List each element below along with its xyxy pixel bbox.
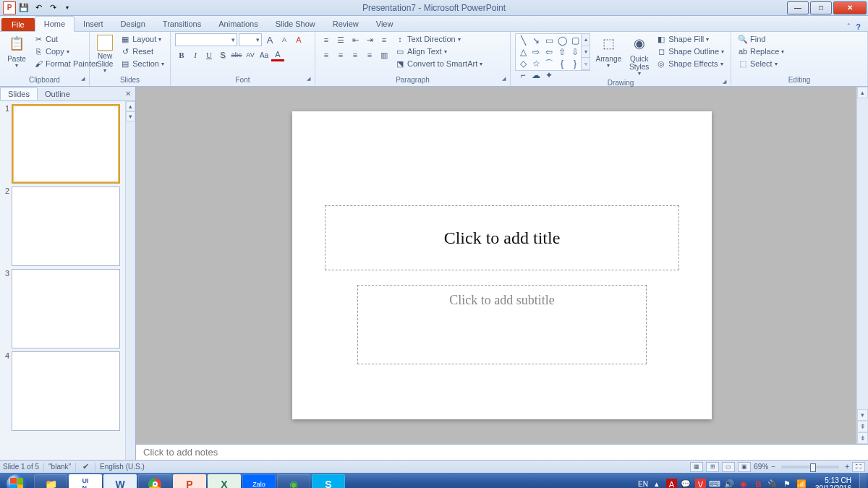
shape-fill-button[interactable]: ◧Shape Fill▾ [654,33,726,45]
reading-view-button[interactable]: ▭ [722,462,735,472]
tab-home[interactable]: Home [35,16,75,32]
text-direction-button[interactable]: ↕Text Direction▾ [393,33,485,45]
shape-outline-button[interactable]: ◻Shape Outline▾ [654,46,726,57]
minimize-button[interactable]: — [787,1,809,14]
strike-button[interactable]: abc [230,48,243,61]
underline-button[interactable]: U [203,48,216,61]
help-icon[interactable]: ? [856,22,861,31]
tray-v-icon[interactable]: V [695,479,706,488]
taskbar-excel[interactable]: X [208,474,241,489]
section-button[interactable]: ▤Section▾ [118,58,166,69]
shape-bracket2-icon[interactable]: } [569,59,581,69]
zoom-out-button[interactable]: − [771,463,775,471]
shape-arrow2-icon[interactable]: ⇨ [530,47,542,57]
undo-icon[interactable]: ↶ [32,1,45,14]
font-name-combo[interactable] [175,33,237,46]
arrange-button[interactable]: ⬚Arrange▾ [592,33,624,71]
reset-button[interactable]: ↺Reset [118,46,166,57]
shape-bracket-icon[interactable]: { [556,59,568,69]
taskbar-zalo[interactable]: Zalo [242,474,276,489]
tray-power-icon[interactable]: 🔌 [767,479,778,488]
smartart-button[interactable]: ⬔Convert to SmartArt▾ [393,58,485,69]
new-slide-button[interactable]: NewSlide▾ [94,33,116,76]
subtitle-placeholder[interactable]: Click to add subtitle [357,285,647,364]
start-button[interactable] [0,473,33,488]
replace-button[interactable]: abReplace▾ [736,46,786,57]
decrease-indent-button[interactable]: ⇤ [349,33,362,46]
redo-icon[interactable]: ↷ [46,1,59,14]
layout-button[interactable]: ▦Layout▾ [118,33,166,45]
shadow-button[interactable]: S [216,48,229,61]
slide-thumbnail-4[interactable] [12,351,120,431]
tray-shield-icon[interactable]: ◉ [739,479,749,488]
slideshow-view-button[interactable]: ▣ [738,462,751,472]
change-case-button[interactable]: Aa [258,48,271,61]
increase-indent-button[interactable]: ⇥ [363,33,376,46]
find-button[interactable]: 🔍Find [736,33,786,45]
close-button[interactable]: ✕ [833,1,867,14]
fit-window-button[interactable]: ⛶ [852,462,865,472]
shapes-gallery-scroll[interactable]: ▴▾▿ [581,34,590,70]
shape-triangle-icon[interactable]: △ [517,47,529,57]
zoom-level[interactable]: 69% [754,463,768,471]
slide-canvas-area[interactable]: Click to add title Click to add subtitle… [136,87,868,444]
tab-slideshow[interactable]: Slide Show [267,17,324,31]
tray-up-icon[interactable]: ▴ [652,479,663,488]
tab-animations[interactable]: Animations [210,17,266,31]
close-panel-icon[interactable]: ✕ [121,90,135,98]
shape-arrow5-icon[interactable]: ⇩ [569,47,581,57]
app-icon[interactable]: P [3,1,16,14]
bullets-button[interactable]: ≡ [320,33,333,46]
tray-volume-icon[interactable]: 🔊 [724,479,735,488]
sorter-view-button[interactable]: ⊞ [706,462,719,472]
thumbs-scrollbar[interactable]: ▴▾ [125,101,135,460]
paste-button[interactable]: 📋 Paste▾ [4,33,29,71]
quick-styles-button[interactable]: ◉QuickStyles▾ [626,33,652,79]
tray-keyboard-icon[interactable]: ⌨ [710,479,720,488]
shape-effects-button[interactable]: ◎Shape Effects▾ [654,58,726,69]
font-color-button[interactable]: A [271,48,284,61]
shape-oval-icon[interactable]: ◯ [556,35,568,46]
line-spacing-button[interactable]: ≡ [378,33,391,46]
slide-thumbnail-1[interactable] [12,104,120,184]
spacing-button[interactable]: AV [244,48,257,61]
slide-thumbnail-3[interactable] [12,269,120,348]
shape-curve-icon[interactable]: ⌒ [543,59,555,69]
shapes-gallery[interactable]: ╲↘▭◯▢△ ⇨⇦⇧⇩◇☆ ⌒{}⌐☁✦ ▴▾▿ [515,33,590,71]
tab-outline[interactable]: Outline [38,88,77,100]
tray-flag-icon[interactable]: ⚑ [782,479,793,488]
minimize-ribbon-icon[interactable]: ˆ [848,22,851,31]
shape-diamond-icon[interactable]: ◇ [517,59,529,69]
editor-scrollbar[interactable]: ▴▾⇞⇟ [856,87,868,444]
title-placeholder[interactable]: Click to add title [325,205,679,270]
taskbar-chrome[interactable] [138,474,171,489]
tab-review[interactable]: Review [324,17,367,31]
grow-font-button[interactable]: A [263,33,276,46]
tray-chat-icon[interactable]: 💬 [681,479,692,488]
slide-canvas[interactable]: Click to add title Click to add subtitle [292,111,712,419]
tab-insert[interactable]: Insert [75,17,112,31]
qat-dropdown-icon[interactable]: ▾ [61,1,74,14]
italic-button[interactable]: I [189,48,202,61]
normal-view-button[interactable]: ▦ [690,462,703,472]
justify-button[interactable]: ≡ [363,48,376,61]
taskbar-unikey[interactable]: UIN [69,474,102,489]
zoom-slider[interactable] [781,466,839,468]
spellcheck-icon[interactable]: ✔ [80,462,90,472]
shape-roundrect-icon[interactable]: ▢ [569,35,581,46]
font-size-combo[interactable] [239,33,262,46]
tray-adobe-icon[interactable]: A [666,479,677,488]
bold-button[interactable]: B [175,48,188,61]
shape-arrow3-icon[interactable]: ⇦ [543,47,555,57]
align-left-button[interactable]: ≡ [320,48,333,61]
align-center-button[interactable]: ≡ [334,48,347,61]
show-desktop-button[interactable] [859,473,867,488]
clear-format-button[interactable]: A [292,33,305,46]
tab-slides-thumb[interactable]: Slides [0,87,38,100]
shape-arrow4-icon[interactable]: ⇧ [556,47,568,57]
tab-design[interactable]: Design [112,17,154,31]
tray-network-icon[interactable]: 📶 [796,479,807,488]
maximize-button[interactable]: □ [810,1,832,14]
align-right-button[interactable]: ≡ [349,48,362,61]
shrink-font-button[interactable]: A [278,33,291,46]
